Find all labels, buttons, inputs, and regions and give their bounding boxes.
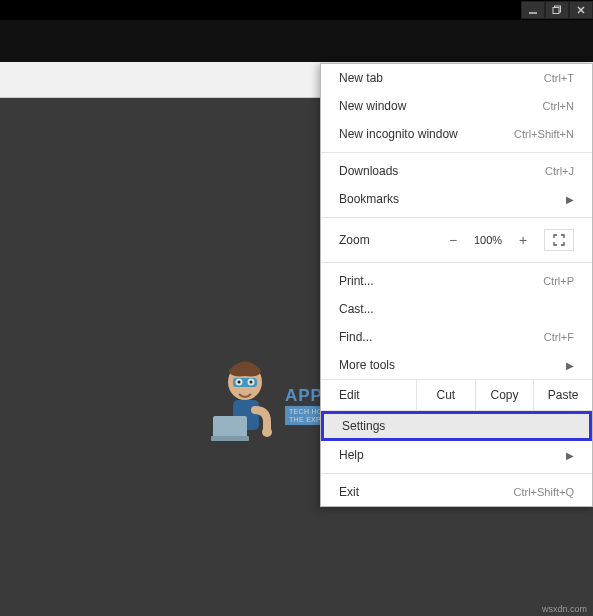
copy-button[interactable]: Copy bbox=[475, 380, 534, 410]
menu-exit[interactable]: ExitCtrl+Shift+Q bbox=[321, 478, 592, 506]
chevron-right-icon: ▶ bbox=[566, 450, 574, 461]
chevron-right-icon: ▶ bbox=[566, 194, 574, 205]
window-titlebar bbox=[0, 0, 593, 20]
footer-credit: wsxdn.com bbox=[542, 604, 587, 614]
menu-zoom: Zoom − 100% + bbox=[321, 222, 592, 258]
svg-point-15 bbox=[262, 427, 272, 437]
menu-cast[interactable]: Cast... bbox=[321, 295, 592, 323]
menu-new-window[interactable]: New windowCtrl+N bbox=[321, 92, 592, 120]
menu-print[interactable]: Print...Ctrl+P bbox=[321, 267, 592, 295]
menu-new-tab[interactable]: New tabCtrl+T bbox=[321, 64, 592, 92]
zoom-out-button[interactable]: − bbox=[440, 232, 466, 248]
cut-button[interactable]: Cut bbox=[416, 380, 475, 410]
fullscreen-icon bbox=[553, 234, 565, 246]
maximize-button[interactable] bbox=[545, 1, 569, 19]
minimize-button[interactable] bbox=[521, 1, 545, 19]
chevron-right-icon: ▶ bbox=[566, 360, 574, 371]
zoom-value: 100% bbox=[466, 234, 510, 246]
svg-rect-14 bbox=[211, 436, 249, 441]
menu-settings[interactable]: Settings bbox=[321, 411, 592, 441]
menu-find[interactable]: Find...Ctrl+F bbox=[321, 323, 592, 351]
menu-new-incognito[interactable]: New incognito windowCtrl+Shift+N bbox=[321, 120, 592, 148]
svg-point-10 bbox=[238, 381, 241, 384]
menu-edit-row: Edit Cut Copy Paste bbox=[321, 379, 592, 411]
menu-downloads[interactable]: DownloadsCtrl+J bbox=[321, 157, 592, 185]
paste-button[interactable]: Paste bbox=[533, 380, 592, 410]
svg-point-11 bbox=[250, 381, 253, 384]
close-button[interactable] bbox=[569, 1, 593, 19]
fullscreen-button[interactable] bbox=[544, 229, 574, 251]
svg-rect-2 bbox=[553, 8, 559, 14]
tab-strip bbox=[0, 20, 593, 62]
menu-bookmarks[interactable]: Bookmarks▶ bbox=[321, 185, 592, 213]
menu-more-tools[interactable]: More tools▶ bbox=[321, 351, 592, 379]
svg-rect-13 bbox=[213, 416, 247, 438]
menu-help[interactable]: Help▶ bbox=[321, 441, 592, 469]
chrome-main-menu: New tabCtrl+T New windowCtrl+N New incog… bbox=[320, 63, 593, 507]
zoom-in-button[interactable]: + bbox=[510, 232, 536, 248]
